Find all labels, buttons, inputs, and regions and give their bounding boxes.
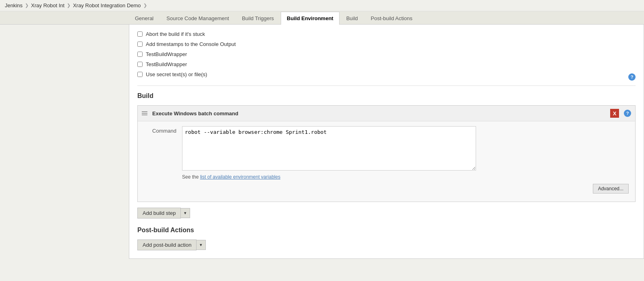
- checkbox-test-build-wrapper-2[interactable]: [137, 62, 143, 67]
- command-textarea[interactable]: [182, 126, 476, 171]
- advanced-button[interactable]: Advanced...: [593, 184, 629, 194]
- tab-source-code-management[interactable]: Source Code Management: [160, 12, 235, 25]
- breadcrumb-sep-2: ❯: [67, 3, 70, 8]
- tab-build[interactable]: Build: [340, 12, 364, 25]
- build-environment-help-icon[interactable]: ?: [626, 73, 636, 81]
- drag-handle-line-2: [142, 113, 147, 114]
- add-build-step-button[interactable]: Add build step: [137, 208, 181, 219]
- build-step-card: Execute Windows batch command X ? Comman…: [137, 105, 636, 202]
- tabs-bar: General Source Code Management Build Tri…: [0, 11, 644, 25]
- breadcrumb-sep-1: ❯: [25, 3, 29, 8]
- breadcrumb-demo[interactable]: Xray Robot Integration Demo: [73, 2, 141, 8]
- build-environment-section: Abort the build if it's stuck Add timest…: [137, 31, 636, 86]
- checkbox-test-build-wrapper-1-label: TestBuildWrapper: [146, 51, 187, 57]
- build-step-help-icon[interactable]: ?: [624, 110, 631, 117]
- checkbox-abort-build[interactable]: [137, 31, 143, 37]
- add-post-build-action-dropdown[interactable]: ▾: [197, 240, 206, 250]
- build-step-title: Execute Windows batch command: [152, 110, 238, 117]
- build-step-body: Command See the list of available enviro…: [138, 121, 635, 202]
- content-panel: Abort the build if it's stuck Add timest…: [129, 25, 644, 259]
- add-post-build-action-button[interactable]: Add post-build action: [137, 239, 197, 250]
- tab-general[interactable]: General: [129, 12, 159, 25]
- tab-build-environment[interactable]: Build Environment: [281, 12, 340, 25]
- env-vars-link[interactable]: list of available environment variables: [200, 174, 280, 180]
- add-postbuild-btn-container: Add post-build action ▾: [137, 239, 636, 250]
- breadcrumb-xray-robot-int[interactable]: Xray Robot Int: [31, 2, 64, 8]
- tab-post-build-actions[interactable]: Post-build Actions: [365, 12, 418, 25]
- checkbox-timestamps[interactable]: [137, 42, 143, 47]
- drag-handle-line-1: [142, 111, 147, 112]
- build-step-header: Execute Windows batch command X ?: [138, 106, 635, 121]
- checkbox-test-build-wrapper-1[interactable]: [137, 52, 143, 57]
- build-section-title: Build: [137, 92, 636, 100]
- checkbox-row-1: Abort the build if it's stuck: [137, 31, 636, 37]
- checkbox-row-5: Use secret text(s) or file(s): [137, 71, 636, 77]
- checkbox-use-secret[interactable]: [137, 72, 143, 77]
- drag-handle-line-3: [142, 114, 147, 115]
- tab-build-triggers[interactable]: Build Triggers: [236, 12, 280, 25]
- post-build-section: Post-build Actions Add post-build action…: [137, 227, 636, 250]
- checkbox-timestamps-label: Add timestamps to the Console Output: [146, 41, 236, 47]
- add-build-step-dropdown[interactable]: ▾: [181, 208, 190, 218]
- breadcrumb-sep-3: ❯: [143, 3, 147, 8]
- command-label: Command: [144, 126, 176, 134]
- advanced-btn-container: Advanced...: [335, 184, 629, 194]
- checkbox-row-4: TestBuildWrapper: [137, 61, 636, 67]
- checkbox-use-secret-label: Use secret text(s) or file(s): [146, 71, 207, 77]
- post-build-section-title: Post-build Actions: [137, 227, 636, 234]
- checkbox-abort-build-label: Abort the build if it's stuck: [146, 31, 205, 37]
- drag-handle[interactable]: [142, 111, 147, 115]
- checkbox-row-2: Add timestamps to the Console Output: [137, 41, 636, 47]
- build-step-actions: X ?: [610, 109, 631, 118]
- help-circle-icon[interactable]: ?: [628, 73, 636, 81]
- breadcrumb: Jenkins ❯ Xray Robot Int ❯ Xray Robot In…: [0, 0, 644, 11]
- command-form-row: Command See the list of available enviro…: [144, 126, 629, 194]
- breadcrumb-jenkins[interactable]: Jenkins: [5, 2, 23, 8]
- build-step-title-area: Execute Windows batch command: [142, 110, 238, 117]
- command-field: See the list of available environment va…: [182, 126, 629, 194]
- env-vars-link-row: See the list of available environment va…: [182, 174, 629, 180]
- checkbox-test-build-wrapper-2-label: TestBuildWrapper: [146, 61, 187, 67]
- env-vars-prefix: See the: [182, 174, 200, 180]
- add-build-step-container: Add build step ▾: [137, 208, 636, 219]
- delete-build-step-button[interactable]: X: [610, 109, 619, 118]
- checkbox-row-3: TestBuildWrapper: [137, 51, 636, 57]
